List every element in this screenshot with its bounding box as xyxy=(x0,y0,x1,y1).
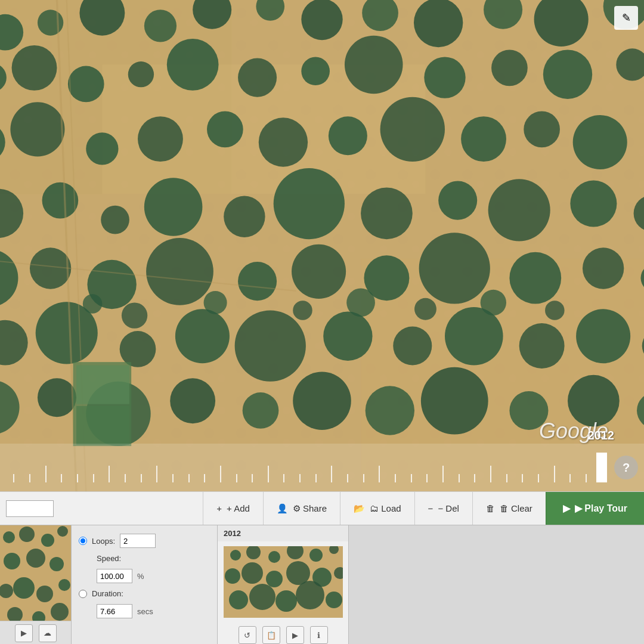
tick[interactable] xyxy=(419,474,435,482)
app: Google ✎ 2012 xyxy=(0,0,644,644)
tick[interactable] xyxy=(117,474,134,482)
svg-point-124 xyxy=(309,549,323,562)
del-button[interactable]: − − Del xyxy=(414,492,472,525)
svg-point-46 xyxy=(144,178,203,236)
svg-point-110 xyxy=(26,549,45,568)
svg-point-67 xyxy=(120,331,156,367)
tick[interactable] xyxy=(213,466,229,482)
tick[interactable] xyxy=(261,466,277,482)
svg-point-84 xyxy=(509,391,548,430)
tick[interactable] xyxy=(499,474,515,482)
clear-button[interactable]: 🗑 🗑 Clear xyxy=(472,492,546,525)
tick[interactable] xyxy=(197,474,213,482)
duration-radio[interactable] xyxy=(79,590,87,598)
tick[interactable] xyxy=(133,474,149,482)
tick[interactable] xyxy=(403,474,419,482)
svg-point-68 xyxy=(175,309,230,363)
svg-point-103 xyxy=(545,301,565,320)
tick[interactable] xyxy=(451,474,467,482)
loops-label: Loops: xyxy=(92,537,115,546)
svg-point-49 xyxy=(361,187,413,239)
loops-input[interactable] xyxy=(120,534,156,548)
timeline-help-button[interactable]: ? xyxy=(614,456,638,479)
first-thumbnail-panel: ▶ ☁ xyxy=(0,525,72,644)
tick[interactable] xyxy=(371,466,388,482)
keyframe-copy-button[interactable]: 📋 xyxy=(262,626,280,644)
share-icon: 👤 xyxy=(277,503,288,514)
svg-point-128 xyxy=(266,571,283,587)
svg-point-102 xyxy=(481,290,506,315)
clear-icon: 🗑 xyxy=(486,503,495,513)
tick[interactable] xyxy=(101,466,117,482)
tick[interactable] xyxy=(70,474,86,482)
tick[interactable] xyxy=(531,474,547,482)
tick[interactable] xyxy=(355,474,371,482)
svg-point-36 xyxy=(207,111,243,147)
load-button[interactable]: 📂 🗂 Load xyxy=(340,492,414,525)
tick[interactable] xyxy=(165,474,181,482)
bottom-empty-space xyxy=(349,525,644,644)
tick[interactable] xyxy=(292,474,308,482)
tick[interactable] xyxy=(483,466,499,482)
timeline-ticks[interactable] xyxy=(6,453,594,482)
tick[interactable] xyxy=(340,474,356,482)
keyframe-thumbnail xyxy=(224,546,343,618)
tick[interactable] xyxy=(467,474,483,482)
tick[interactable] xyxy=(578,474,595,482)
svg-point-30 xyxy=(543,49,592,98)
edit-icon[interactable]: ✎ xyxy=(614,6,638,30)
svg-point-63 xyxy=(583,247,624,289)
bottom-panel: ▶ ☁ Loops: Speed: % Duration: xyxy=(0,525,644,644)
tick[interactable] xyxy=(181,474,197,482)
first-info-button[interactable]: ☁ xyxy=(39,624,57,642)
search-input[interactable] xyxy=(6,500,54,517)
svg-point-26 xyxy=(301,57,330,85)
keyframe-panel: 2012 xyxy=(218,525,349,644)
first-play-button[interactable]: ▶ xyxy=(15,624,33,642)
svg-point-115 xyxy=(58,579,70,591)
tick[interactable] xyxy=(6,474,22,482)
tick[interactable] xyxy=(546,466,562,482)
duration-label: Duration: xyxy=(92,589,123,598)
svg-point-133 xyxy=(249,584,275,610)
map-imagery xyxy=(0,0,644,491)
tick[interactable] xyxy=(388,474,404,482)
keyframe-rewind-button[interactable]: ↺ xyxy=(239,626,256,644)
toolbar: + + Add 👤 ⚙ Share 📂 🗂 Load − − Del 🗑 🗑 C… xyxy=(0,491,644,525)
tick[interactable] xyxy=(38,466,54,482)
svg-point-44 xyxy=(42,182,79,219)
svg-rect-95 xyxy=(76,406,129,445)
speed-label: Speed: xyxy=(97,554,121,563)
tick[interactable] xyxy=(276,474,292,482)
svg-point-11 xyxy=(144,10,177,42)
tick[interactable] xyxy=(515,474,531,482)
keyframe-play-button[interactable]: ▶ xyxy=(286,626,304,644)
svg-point-83 xyxy=(421,367,488,435)
play-tour-button[interactable]: ▶ ▶ Play Tour xyxy=(546,492,644,525)
add-button[interactable]: + + Add xyxy=(203,492,263,525)
tick[interactable] xyxy=(54,474,70,482)
keyframe-info-button[interactable]: ℹ xyxy=(310,626,328,644)
tick[interactable] xyxy=(562,474,578,482)
svg-point-106 xyxy=(19,527,35,542)
svg-point-22 xyxy=(68,66,104,103)
tick[interactable] xyxy=(435,466,451,482)
timeline-position-indicator[interactable] xyxy=(596,453,607,482)
tick[interactable] xyxy=(324,466,340,482)
svg-point-99 xyxy=(293,301,312,320)
tick[interactable] xyxy=(22,474,38,482)
svg-point-41 xyxy=(524,111,560,147)
tick[interactable] xyxy=(85,474,101,482)
speed-input[interactable] xyxy=(97,569,132,583)
loops-radio[interactable] xyxy=(79,537,87,545)
svg-point-16 xyxy=(414,0,463,47)
tick[interactable] xyxy=(244,474,261,482)
svg-point-118 xyxy=(51,603,69,621)
tick[interactable] xyxy=(149,466,165,482)
tick[interactable] xyxy=(308,474,324,482)
share-button[interactable]: 👤 ⚙ Share xyxy=(263,492,340,525)
duration-input[interactable] xyxy=(97,604,132,618)
tick[interactable] xyxy=(228,474,244,482)
svg-point-25 xyxy=(238,58,277,97)
svg-point-69 xyxy=(235,310,306,381)
